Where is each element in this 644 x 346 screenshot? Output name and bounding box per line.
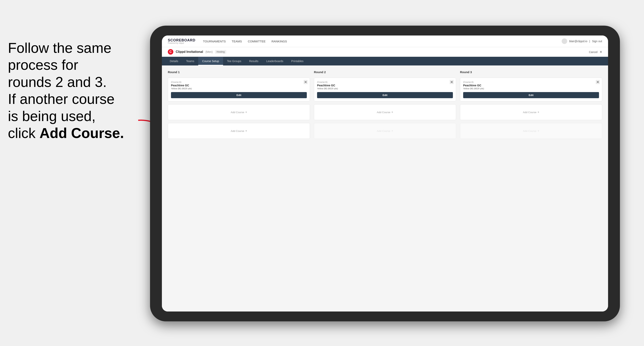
top-nav-right: blair@clippd.io | Sign out bbox=[562, 38, 602, 44]
nav-link-teams[interactable]: TEAMS bbox=[232, 40, 242, 43]
top-nav-links: TOURNAMENTS TEAMS COMMITTEE RANKINGS bbox=[203, 40, 287, 43]
rounds-grid: Round 1 (Course A) Peachtree GC Yellow (… bbox=[168, 70, 602, 139]
add-course-label-r1-2: Add Course + bbox=[231, 129, 247, 133]
logo-text: SCOREBOARD Powered by clippd bbox=[168, 38, 196, 44]
delete-course-icon-r3[interactable] bbox=[596, 80, 600, 84]
course-details-r3: Yellow (M) (6629 yds) bbox=[463, 87, 599, 90]
edit-button-r3[interactable]: Edit bbox=[463, 92, 599, 98]
tournament-name: Clippd Invitational bbox=[176, 50, 203, 54]
tab-bar: Details Teams Course Setup Tee Groups Re… bbox=[162, 57, 608, 65]
instruction-text: Follow the same process for rounds 2 and… bbox=[0, 31, 138, 150]
main-content: Round 1 (Course A) Peachtree GC Yellow (… bbox=[162, 65, 608, 312]
course-label-r1: (Course A) bbox=[171, 81, 307, 83]
sub-header: C Clippd Invitational (Men) Hosting Canc… bbox=[162, 47, 608, 57]
user-avatar bbox=[562, 38, 567, 44]
tab-printables[interactable]: Printables bbox=[287, 57, 308, 65]
round-3-title: Round 3 bbox=[460, 70, 602, 74]
round-1-course-card-1: (Course A) Peachtree GC Yellow (M) (6629… bbox=[168, 78, 310, 101]
user-email: blair@clippd.io bbox=[569, 40, 587, 43]
edit-button-r2[interactable]: Edit bbox=[317, 92, 453, 98]
course-name-r2: Peachtree GC bbox=[317, 84, 453, 87]
logo-area: SCOREBOARD Powered by clippd TOURNAMENTS… bbox=[168, 38, 287, 44]
tab-teams[interactable]: Teams bbox=[182, 57, 198, 65]
sub-header-left: C Clippd Invitational (Men) Hosting bbox=[168, 49, 226, 55]
close-icon[interactable]: ✕ bbox=[600, 50, 602, 54]
round-3-course-card-1: (Course A) Peachtree GC Yellow (M) (6629… bbox=[460, 78, 602, 101]
sign-out-link[interactable]: Sign out bbox=[592, 40, 602, 43]
add-course-r2-slot1[interactable]: Add Course + bbox=[314, 104, 456, 120]
nav-link-rankings[interactable]: RANKINGS bbox=[272, 40, 287, 43]
course-details-r2: Yellow (M) (6629 yds) bbox=[317, 87, 453, 90]
tablet-screen: SCOREBOARD Powered by clippd TOURNAMENTS… bbox=[162, 35, 608, 312]
tab-course-setup[interactable]: Course Setup bbox=[198, 57, 223, 65]
round-1-column: Round 1 (Course A) Peachtree GC Yellow (… bbox=[168, 70, 310, 139]
add-course-emphasis: Add Course. bbox=[40, 125, 124, 141]
add-course-r3-slot1[interactable]: Add Course + bbox=[460, 104, 602, 120]
add-course-r1-slot2[interactable]: Add Course + bbox=[168, 123, 310, 139]
delete-course-icon-r2[interactable] bbox=[450, 80, 454, 84]
nav-link-committee[interactable]: COMMITTEE bbox=[248, 40, 266, 43]
add-course-label-r3-1: Add Course + bbox=[523, 110, 539, 114]
nav-link-tournaments[interactable]: TOURNAMENTS bbox=[203, 40, 226, 43]
round-2-title: Round 2 bbox=[314, 70, 456, 74]
round-1-title: Round 1 bbox=[168, 70, 310, 74]
round-2-column: Round 2 (Course A) Peachtree GC Yellow (… bbox=[314, 70, 456, 139]
cancel-area: Cancel ✕ bbox=[589, 50, 602, 54]
add-course-label-r2-2: Add Course + bbox=[377, 129, 393, 133]
add-course-r3-slot2: Add Course + bbox=[460, 123, 602, 139]
course-name-r3: Peachtree GC bbox=[463, 84, 599, 87]
delete-course-icon[interactable] bbox=[304, 80, 308, 84]
add-course-r2-slot2: Add Course + bbox=[314, 123, 456, 139]
tab-results[interactable]: Results bbox=[245, 57, 262, 65]
add-course-label-r2-1: Add Course + bbox=[377, 110, 393, 114]
add-course-label-r1-1: Add Course + bbox=[231, 110, 247, 114]
course-name-r1: Peachtree GC bbox=[171, 84, 307, 87]
course-label-r2: (Course A) bbox=[317, 81, 453, 83]
tournament-gender: (Men) bbox=[206, 50, 213, 53]
course-details-r1: Yellow (M) (6629 yds) bbox=[171, 87, 307, 90]
clippd-logo: C bbox=[168, 49, 173, 55]
tab-details[interactable]: Details bbox=[166, 57, 182, 65]
tablet-device: SCOREBOARD Powered by clippd TOURNAMENTS… bbox=[150, 26, 620, 321]
nav-separator: | bbox=[589, 40, 590, 43]
top-nav: SCOREBOARD Powered by clippd TOURNAMENTS… bbox=[162, 35, 608, 47]
add-course-r1-slot1[interactable]: Add Course + bbox=[168, 104, 310, 120]
edit-button-r1[interactable]: Edit bbox=[171, 92, 307, 98]
round-2-course-card-1: (Course A) Peachtree GC Yellow (M) (6629… bbox=[314, 78, 456, 101]
add-course-label-r3-2: Add Course + bbox=[523, 129, 539, 133]
round-3-column: Round 3 (Course A) Peachtree GC Yellow (… bbox=[460, 70, 602, 139]
course-label-r3: (Course A) bbox=[463, 81, 599, 83]
tab-tee-groups[interactable]: Tee Groups bbox=[223, 57, 245, 65]
hosting-badge: Hosting bbox=[215, 50, 226, 54]
tab-leaderboards[interactable]: Leaderboards bbox=[262, 57, 287, 65]
cancel-button[interactable]: Cancel bbox=[589, 50, 598, 54]
